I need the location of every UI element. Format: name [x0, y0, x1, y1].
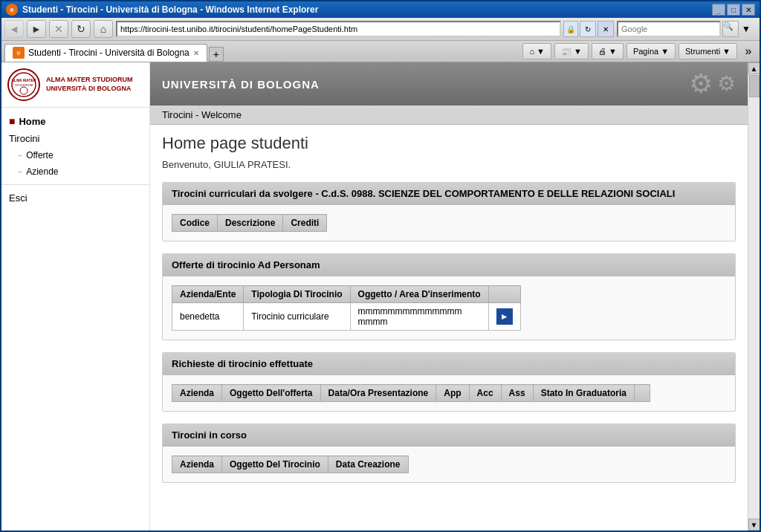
search-button[interactable]: 🔍 — [722, 21, 739, 37]
sidebar-item-aziende[interactable]: ·· Aziende — [1, 163, 149, 180]
offerte-body: Azienda/Ente Tipologia Di Tirocinio Ogge… — [163, 276, 735, 340]
address-input[interactable] — [116, 21, 561, 37]
window-controls: _ □ ✕ — [712, 4, 755, 16]
stop-address-button[interactable]: ✕ — [598, 21, 614, 37]
pagina-button[interactable]: Pagina ▼ — [626, 43, 676, 59]
col-richieste-app: App — [436, 385, 469, 402]
col-richieste-oggetto: Oggetto Dell'offerta — [222, 385, 321, 402]
main-content: UNIVERSITÀ DI BOLOGNA ⚙ ⚙ Tirocini - Wel… — [150, 62, 748, 531]
cell-azienda: benedetta — [172, 303, 244, 331]
col-corso-oggetto: Oggetto Del Tirocinio — [222, 456, 328, 473]
svg-text:ALMA MATER: ALMA MATER — [11, 78, 36, 82]
offerte-title: Offerte di tirocinio Ad Personam — [172, 259, 320, 270]
richieste-table: Azienda Oggetto Dell'offerta Data/Ora Pr… — [172, 384, 650, 402]
minimize-button[interactable]: _ — [712, 4, 725, 16]
university-header: UNIVERSITÀ DI BOLOGNA ⚙ ⚙ — [150, 62, 748, 106]
pagina-label: Pagina — [633, 47, 658, 56]
col-azienda-ente: Azienda/Ente — [172, 286, 244, 303]
scroll-up-button[interactable]: ▲ — [748, 62, 760, 74]
col-corso-data: Data Creazione — [328, 456, 408, 473]
university-name: ALMA MATER STUDIORUM UNIVERSITÀ DI BOLOG… — [46, 76, 133, 93]
new-tab-button[interactable]: + — [209, 47, 224, 62]
tirocini-in-corso-title: Tirocini in corso — [172, 429, 247, 441]
sidebar-item-tirocini[interactable]: Tirocini — [1, 130, 149, 147]
refresh-button[interactable]: ↻ — [71, 20, 91, 38]
gear-icon-2: ⚙ — [717, 71, 736, 100]
tirocini-in-corso-header: Tirocini in corso — [163, 424, 735, 447]
strumenti-label: Strumenti — [685, 47, 720, 56]
offerte-section: Offerte di tirocinio Ad Personam Azienda… — [162, 253, 736, 340]
sidebar-item-offerte[interactable]: ·· Offerte — [1, 147, 149, 163]
search-input[interactable] — [617, 21, 721, 37]
browser-window: e Studenti - Tirocini - Università di Bo… — [0, 0, 761, 532]
tirocini-in-corso-section: Tirocini in corso Azienda Oggetto Del Ti… — [162, 424, 736, 483]
content-wrapper: UNIVERSITÀ DI BOLOGNA ⚙ ⚙ Tirocini - Wel… — [150, 62, 760, 531]
back-button[interactable]: ◄ — [4, 20, 24, 38]
svg-point-3 — [20, 87, 27, 94]
col-richieste-action — [634, 385, 650, 402]
breadcrumb: Tirocini - Welcome — [150, 106, 748, 125]
toolbar-options-button[interactable]: » — [740, 43, 757, 59]
sidebar-navigation: ■ Home Tirocini ·· Offerte ·· Aziende Es… — [1, 108, 149, 211]
tab-tools: ⌂ ▼ 📰 ▼ 🖨 ▼ Pagina ▼ Strumenti ▼ » — [522, 43, 757, 62]
col-oggetto: Oggetto / Area D'inserimento — [350, 286, 488, 303]
table-row: benedetta Tirocinio curriculare mmmmmmmm… — [172, 303, 521, 331]
richieste-title: Richieste di tirocinio effettuate — [172, 358, 313, 369]
refresh-address-button[interactable]: ↻ — [580, 21, 596, 37]
cell-oggetto: mmmmmmmmmmmmmmmmmm — [350, 303, 488, 331]
cell-nav[interactable]: ► — [488, 303, 520, 331]
university-header-title: UNIVERSITÀ DI BOLOGNA — [162, 78, 320, 91]
cell-tipologia: Tirocinio curriculare — [244, 303, 350, 331]
col-corso-azienda: Azienda — [172, 456, 222, 473]
offerte-rows: benedetta Tirocinio curriculare mmmmmmmm… — [172, 303, 521, 331]
col-crediti: Crediti — [283, 215, 327, 232]
offerte-label: Offerte — [26, 150, 53, 160]
gear-icon-1: ⚙ — [689, 68, 713, 100]
col-richieste-acc: Acc — [469, 385, 501, 402]
tirocini-curriculari-section: Tirocini curriculari da svolgere - C.d.S… — [162, 182, 736, 241]
content-area: Home page studenti Benvenuto, GIULIA PRA… — [150, 125, 748, 504]
col-codice: Codice — [172, 215, 218, 232]
close-button[interactable]: ✕ — [742, 4, 755, 16]
maximize-button[interactable]: □ — [727, 4, 740, 16]
col-action — [488, 286, 520, 303]
strumenti-arrow: ▼ — [722, 47, 731, 56]
row-navigate-button[interactable]: ► — [496, 308, 513, 325]
tirocini-curriculari-title: Tirocini curriculari da svolgere - C.d.S… — [172, 188, 675, 199]
offerte-table: Azienda/Ente Tipologia Di Tirocinio Ogge… — [172, 285, 521, 331]
offerte-bullet: ·· — [18, 151, 22, 160]
forward-button[interactable]: ► — [27, 20, 46, 38]
sidebar-item-esci[interactable]: Esci — [1, 189, 149, 207]
print-button[interactable]: 🖨 ▼ — [592, 43, 624, 59]
offerte-header: Offerte di tirocinio Ad Personam — [163, 254, 735, 276]
address-bar: 🔒 ↻ ✕ — [116, 21, 614, 37]
home-toolbar-button[interactable]: ⌂ ▼ — [522, 43, 551, 59]
col-richieste-ass: Ass — [501, 385, 533, 402]
scroll-thumb[interactable] — [749, 75, 760, 97]
aziende-bullet: ·· — [18, 167, 22, 176]
home-button[interactable]: ⌂ — [94, 20, 113, 38]
tab-close-icon[interactable]: ✕ — [193, 49, 199, 57]
ssl-icon: 🔒 — [563, 21, 578, 37]
tirocini-in-corso-body: Azienda Oggetto Del Tirocinio Data Creaz… — [163, 447, 735, 482]
col-descrizione: Descrizione — [218, 215, 283, 232]
page-title: Home page studenti — [162, 134, 736, 153]
pagina-arrow: ▼ — [661, 47, 669, 56]
active-tab[interactable]: e Studenti - Tirocini - Università di Bo… — [4, 44, 207, 62]
tirocini-curriculari-body: Codice Descrizione Crediti — [163, 205, 735, 241]
strumenti-button[interactable]: Strumenti ▼ — [679, 43, 737, 59]
svg-text:STUDIORUM: STUDIORUM — [15, 83, 33, 87]
tirocini-curriculari-header: Tirocini curriculari da svolgere - C.d.S… — [163, 183, 735, 205]
university-name-line2: UNIVERSITÀ DI BOLOGNA — [46, 85, 133, 94]
sidebar-separator — [1, 184, 149, 185]
navigation-bar: ◄ ► ✕ ↻ ⌂ 🔒 ↻ ✕ 🔍 ▼ — [1, 18, 760, 41]
search-options-button[interactable]: ▼ — [742, 24, 757, 34]
logo-svg: ALMA MATER STUDIORUM — [10, 71, 37, 98]
breadcrumb-text: Tirocini - Welcome — [162, 109, 242, 120]
stop-button[interactable]: ✕ — [49, 20, 68, 38]
feeds-button[interactable]: 📰 ▼ — [554, 43, 589, 59]
col-richieste-azienda: Azienda — [172, 385, 222, 402]
scroll-down-button[interactable]: ▼ — [748, 519, 760, 531]
sidebar-item-home[interactable]: ■ Home — [1, 112, 149, 130]
aziende-label: Aziende — [26, 166, 58, 177]
